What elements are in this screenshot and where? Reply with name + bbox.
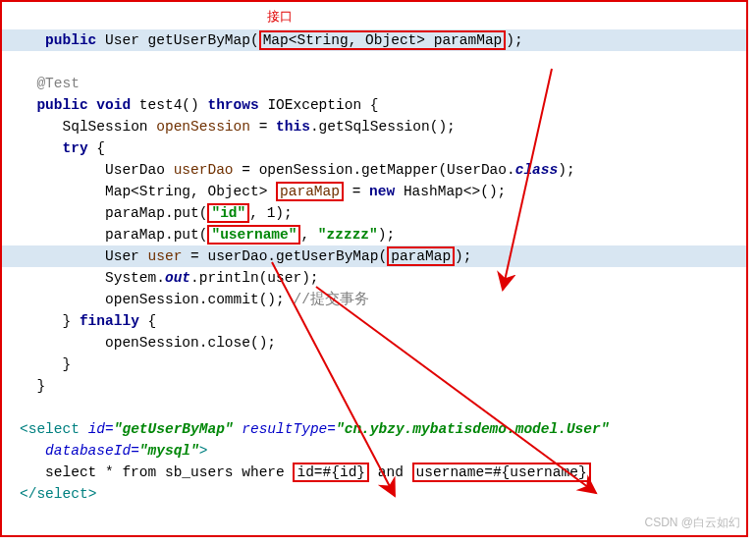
- code-line: paraMap.put("id", 1);: [20, 203, 293, 223]
- xml-line: select * from sb_users where id=#{id} an…: [20, 463, 591, 482]
- comment-commit: //提交事务: [293, 292, 368, 307]
- code-line: Map<String, Object> paraMap = new HashMa…: [20, 182, 506, 201]
- method-name: getUserByMap: [148, 32, 250, 48]
- code-line: try {: [20, 140, 105, 156]
- code-line: public void test4() throws IOException {: [20, 97, 379, 113]
- box-paraMap-decl: paraMap: [276, 182, 344, 201]
- xml-line: databaseId="mysql">: [20, 443, 207, 459]
- code-line: openSession.commit(); //提交事务: [20, 292, 369, 307]
- blank-line: [20, 400, 28, 415]
- code-line: }: [20, 356, 71, 372]
- annotation-test: @Test: [36, 76, 80, 91]
- code-line: openSession.close();: [20, 335, 276, 351]
- box-sql-username: username=#{username}: [412, 463, 591, 482]
- type-user: User: [105, 32, 139, 48]
- code-line: UserDao userDao = openSession.getMapper(…: [20, 162, 575, 178]
- blank-line: [20, 54, 28, 70]
- box-sql-id: id=#{id}: [293, 463, 369, 482]
- code-line: } finally {: [20, 313, 156, 329]
- code-line: User user = userDao.getUserByMap(paraMap…: [2, 245, 748, 267]
- xml-line: </select>: [20, 486, 96, 502]
- code-line: System.out.println(user);: [20, 270, 319, 286]
- code-line: SqlSession openSession = this.getSqlSess…: [20, 119, 456, 135]
- box-paraMap-arg: paraMap: [387, 246, 455, 266]
- xml-line: <select id="getUserByMap" resultType="cn…: [20, 421, 609, 437]
- code-line: public User getUserByMap(Map<String, Obj…: [2, 29, 748, 51]
- code-line: paraMap.put("username", "zzzzz");: [20, 225, 395, 245]
- kw-public: public: [45, 32, 96, 48]
- box-username-key: "username": [207, 225, 300, 245]
- code-line: @Test: [20, 76, 80, 91]
- watermark: CSDN @白云如幻: [644, 512, 740, 533]
- annotated-code-screenshot: 接口 public User getUserByMap(Map<String, …: [0, 0, 748, 537]
- code-block: public User getUserByMap(Map<String, Obj…: [2, 8, 746, 526]
- box-id-key: "id": [207, 203, 249, 223]
- box-param-type: Map<String, Object> paramMap: [259, 30, 507, 50]
- code-line: }: [20, 378, 45, 394]
